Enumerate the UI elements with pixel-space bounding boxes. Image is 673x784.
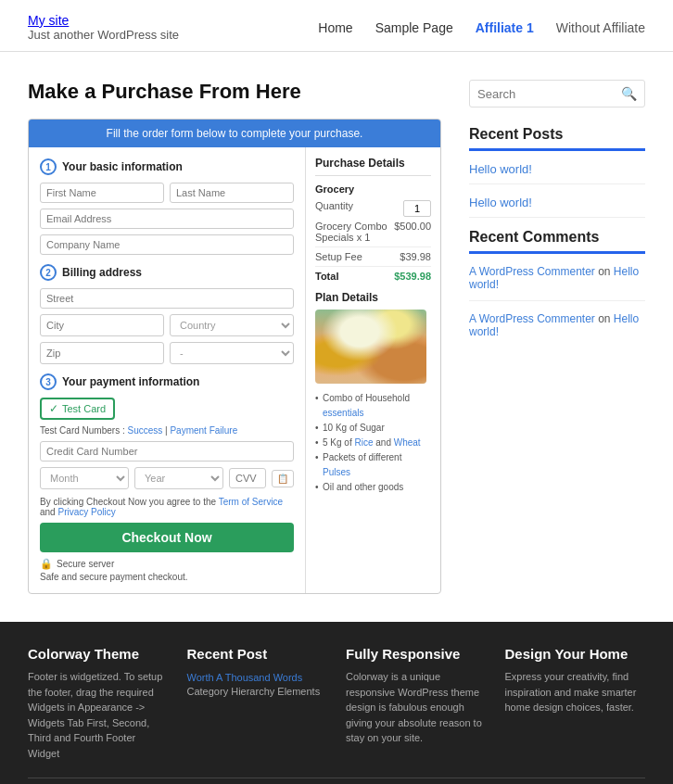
site-title-link[interactable]: My site [28, 13, 69, 28]
wheat-link[interactable]: Wheat [394, 437, 421, 448]
check-icon: ✓ [49, 402, 58, 415]
section1-title: Your basic information [62, 160, 183, 173]
first-name-input[interactable] [40, 183, 164, 203]
zip-state-row: - [40, 342, 294, 364]
combo-label: Grocery Combo Specials x 1 [315, 221, 394, 243]
total-label: Total [315, 271, 338, 282]
setup-label: Setup Fee [315, 251, 362, 262]
nav-home[interactable]: Home [318, 20, 352, 35]
city-country-row: Country [40, 314, 294, 336]
search-box: 🔍 [469, 80, 645, 107]
section2-num: 2 [40, 264, 57, 281]
email-row [40, 209, 294, 229]
combo-row: Grocery Combo Specials x 1 $500.00 [315, 221, 431, 243]
country-select[interactable]: Country [170, 314, 294, 336]
expiry-cvv-row: Month Year 📋 [40, 467, 294, 489]
comment-1: A WordPress Commenter on Hello world! [469, 265, 645, 291]
content-area: Make a Purchase From Here Fill the order… [28, 80, 441, 594]
purchase-title: Purchase Details [315, 157, 431, 176]
footer-col2-title: Recent Post [187, 646, 328, 662]
street-input[interactable] [40, 288, 294, 309]
company-input[interactable] [40, 234, 294, 255]
privacy-link[interactable]: Privacy Policy [57, 507, 115, 517]
last-name-input[interactable] [170, 183, 294, 203]
plan-item-4: Packets of different Pulses [315, 450, 431, 480]
plan-item-2: 10 Kg of Sugar [315, 421, 431, 436]
month-select[interactable]: Month [40, 467, 129, 489]
test-card-label: Test Card [62, 403, 106, 414]
site-tagline: Just another WordPress site [28, 28, 179, 42]
checkout-header: Fill the order form below to complete yo… [29, 120, 440, 147]
pulses-link[interactable]: Pulses [323, 467, 350, 477]
quantity-label: Quantity [315, 200, 353, 217]
search-input[interactable] [477, 87, 621, 101]
site-header: My site Just another WordPress site Home… [0, 0, 673, 52]
quantity-input[interactable] [403, 200, 431, 217]
section1-num: 1 [40, 158, 57, 175]
total-row: Total $539.98 [315, 266, 431, 282]
cc-row [40, 441, 294, 462]
secure-row: 🔒 Secure server [40, 558, 294, 570]
section2-label: 2 Billing address [40, 264, 294, 281]
recent-comments-title: Recent Comments [469, 229, 645, 254]
cc-input[interactable] [40, 441, 294, 462]
checkout-body: 1 Your basic information [29, 147, 440, 593]
essentials-link[interactable]: essentials [323, 408, 363, 418]
commenter1-link[interactable]: A WordPress Commenter [469, 265, 595, 278]
plan-item-1: Combo of Household essentials [315, 391, 431, 421]
secure-label: Secure server [57, 559, 114, 569]
rice-link[interactable]: Rice [354, 437, 373, 448]
sidebar: 🔍 Recent Posts Hello world! Hello world!… [469, 80, 645, 594]
section3-label: 3 Your payment information [40, 373, 294, 390]
nav-sample-page[interactable]: Sample Page [375, 20, 453, 35]
footer-col2-sub: Category Hierarchy Elements [187, 684, 328, 700]
footer-col-2: Recent Post Worth A Thousand Words Categ… [187, 646, 328, 761]
terms-link[interactable]: Term of Service [219, 497, 283, 507]
section2-title: Billing address [62, 266, 142, 279]
cvv-icon[interactable]: 📋 [272, 470, 294, 487]
footer-col1-title: Colorway Theme [28, 646, 169, 662]
footer-col3-title: Fully Responsive [346, 646, 487, 662]
state-select[interactable]: - [170, 342, 294, 364]
footer-col-4: Design Your Home Express your creativity… [505, 646, 646, 761]
setup-price: $39.98 [400, 251, 431, 262]
nav-affiliate1[interactable]: Affiliate 1 [476, 20, 534, 35]
checkout-button[interactable]: Checkout Now [40, 523, 294, 552]
section3-num: 3 [40, 373, 57, 390]
site-branding: My site Just another WordPress site [28, 13, 179, 42]
terms-text: By clicking Checkout Now you agree to th… [40, 497, 294, 517]
grocery-image-inner [315, 310, 426, 384]
search-icon[interactable]: 🔍 [621, 86, 637, 101]
recent-posts-title: Recent Posts [469, 126, 645, 151]
lock-icon: 🔒 [40, 558, 53, 570]
site-title[interactable]: My site [28, 13, 179, 28]
footer-col-1: Colorway Theme Footer is widgetized. To … [28, 646, 169, 761]
failure-link[interactable]: Payment Failure [170, 425, 237, 436]
footer-col4-text: Express your creativity, find inspiratio… [505, 669, 646, 715]
footer-col3-text: Colorway is a unique responsive WordPres… [346, 669, 487, 746]
section3-title: Your payment information [62, 375, 199, 388]
success-link[interactable]: Success [127, 425, 162, 436]
city-input[interactable] [40, 314, 164, 336]
grocery-label: Grocery [315, 183, 431, 195]
footer-col-3: Fully Responsive Colorway is a unique re… [346, 646, 487, 761]
street-row [40, 288, 294, 309]
test-card-info: Test Card Numbers : Success | Payment Fa… [40, 425, 294, 436]
total-price: $539.98 [394, 271, 431, 282]
grocery-image [315, 310, 426, 384]
commenter2-link[interactable]: A WordPress Commenter [469, 312, 595, 325]
plan-details-title: Plan Details [315, 291, 431, 304]
plan-item-3: 5 Kg of Rice and Wheat [315, 436, 431, 450]
footer-recent-post-link[interactable]: Worth A Thousand Words [187, 672, 303, 683]
checkout-box: Fill the order form below to complete yo… [28, 119, 441, 594]
recent-post-2[interactable]: Hello world! [469, 196, 645, 209]
email-input[interactable] [40, 209, 294, 229]
main-container: Make a Purchase From Here Fill the order… [0, 52, 673, 613]
year-select[interactable]: Year [134, 467, 223, 489]
plan-item-5: Oil and other goods [315, 480, 431, 495]
cvv-input[interactable] [229, 468, 266, 488]
nav-without-affiliate[interactable]: Without Affiliate [556, 20, 645, 35]
test-card-button[interactable]: ✓ Test Card [40, 398, 115, 420]
zip-input[interactable] [40, 342, 164, 364]
recent-post-1[interactable]: Hello world! [469, 162, 645, 176]
